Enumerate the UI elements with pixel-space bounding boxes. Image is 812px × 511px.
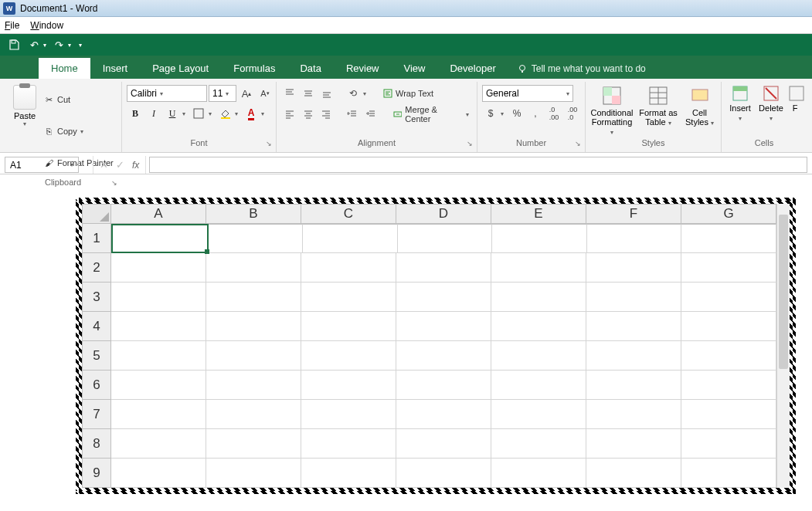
column-header[interactable]: D [396,204,491,224]
name-box[interactable]: A1 ▾ [5,157,79,173]
row-header[interactable]: 5 [82,341,111,371]
column-header[interactable]: E [491,204,586,224]
cell[interactable] [586,400,681,429]
cell[interactable] [206,400,301,429]
cell[interactable] [491,459,586,488]
cell[interactable] [111,341,206,371]
cell[interactable] [586,341,681,371]
percent-format-button[interactable]: % [508,105,525,122]
accounting-format-button[interactable]: $ [482,105,499,122]
cell[interactable] [681,283,776,312]
cell[interactable] [206,371,301,400]
row-header[interactable]: 1 [82,224,111,253]
cell[interactable] [396,459,491,488]
cell[interactable] [587,224,682,253]
cell[interactable] [111,429,206,459]
cell[interactable] [491,253,586,283]
alignment-launcher-icon[interactable]: ↘ [466,140,474,147]
paste-button[interactable]: Paste ▾ [9,85,40,127]
paste-dropdown[interactable]: ▾ [9,120,40,127]
wrap-text-button[interactable]: Wrap Text [396,89,433,98]
row-header[interactable]: 4 [82,312,111,341]
cell[interactable] [491,429,586,459]
fill-color-button[interactable] [216,105,233,122]
cell[interactable] [681,312,776,341]
orientation-dropdown[interactable]: ▾ [363,90,369,97]
cell[interactable] [396,312,491,341]
format-cells-button[interactable]: F [788,85,802,113]
font-name-combo[interactable]: Calibri▾ [127,85,207,102]
select-all-corner[interactable] [82,204,111,224]
cancel-formula-icon[interactable]: ✕ [100,159,108,171]
cell[interactable] [586,253,681,283]
cell[interactable] [681,341,776,371]
cell[interactable] [301,371,396,400]
increase-indent-icon[interactable] [362,106,379,123]
accept-formula-icon[interactable]: ✓ [116,159,124,171]
cell[interactable] [111,253,206,283]
cell[interactable] [111,283,206,312]
tab-developer[interactable]: Developer [437,58,508,79]
number-format-combo[interactable]: General▾ [482,85,573,102]
row-header[interactable]: 6 [82,371,111,400]
conditional-formatting-button[interactable]: Conditional Formatting ▾ [590,85,634,136]
cell[interactable] [681,429,776,459]
cell[interactable] [301,341,396,371]
cell[interactable] [398,224,493,253]
bold-button[interactable]: B [127,105,144,122]
cell[interactable] [492,224,587,253]
cell[interactable] [586,283,681,312]
cell[interactable] [396,429,491,459]
decrease-decimal-button[interactable]: .00.0 [564,105,581,122]
cell[interactable] [206,253,301,283]
increase-font-icon[interactable]: A▴ [238,85,255,102]
cell[interactable] [206,283,301,312]
cell[interactable] [301,459,396,488]
align-middle-icon[interactable] [300,85,317,102]
copy-button[interactable]: ⎘Copy▾ [43,117,114,146]
accounting-dropdown[interactable]: ▾ [501,110,507,117]
font-launcher-icon[interactable]: ↘ [265,140,273,147]
cell[interactable] [396,400,491,429]
formula-input[interactable] [149,157,807,173]
row-header[interactable]: 2 [82,253,111,283]
cell[interactable] [303,224,398,253]
cell[interactable] [396,371,491,400]
borders-button[interactable] [190,105,207,122]
tab-insert[interactable]: Insert [90,58,141,79]
column-header[interactable]: B [206,204,301,224]
name-box-dropdown-icon[interactable]: ▾ [70,161,73,168]
insert-function-icon[interactable]: fx [132,160,139,171]
italic-button[interactable]: I [145,105,162,122]
row-header[interactable]: 8 [82,429,111,459]
column-header[interactable]: C [301,204,396,224]
cell[interactable] [681,371,776,400]
cell[interactable] [301,429,396,459]
cell[interactable] [586,371,681,400]
cell[interactable] [206,429,301,459]
tab-page-layout[interactable]: Page Layout [140,58,221,79]
tab-view[interactable]: View [392,58,438,79]
qat-customize-dropdown[interactable]: ▾ [79,42,82,49]
cell[interactable] [491,341,586,371]
merge-dropdown[interactable]: ▾ [466,111,472,118]
cell[interactable] [206,459,301,488]
column-header[interactable]: F [586,204,681,224]
cell[interactable] [586,429,681,459]
cell[interactable] [681,253,776,283]
orientation-button[interactable]: ⟲ [345,85,362,102]
cell[interactable] [491,283,586,312]
align-bottom-icon[interactable] [318,85,335,102]
decrease-indent-icon[interactable] [344,106,361,123]
cell[interactable] [396,283,491,312]
font-size-combo[interactable]: 11▾ [209,85,236,102]
row-header[interactable]: 3 [82,283,111,312]
merge-center-button[interactable]: Merge & Center [405,105,464,124]
scrollbar-thumb[interactable] [779,215,788,369]
vertical-scrollbar[interactable] [776,204,790,488]
cell[interactable] [396,341,491,371]
cell[interactable] [491,371,586,400]
cell[interactable] [206,341,301,371]
undo-dropdown[interactable]: ▾ [43,42,46,49]
borders-dropdown[interactable]: ▾ [209,110,215,117]
